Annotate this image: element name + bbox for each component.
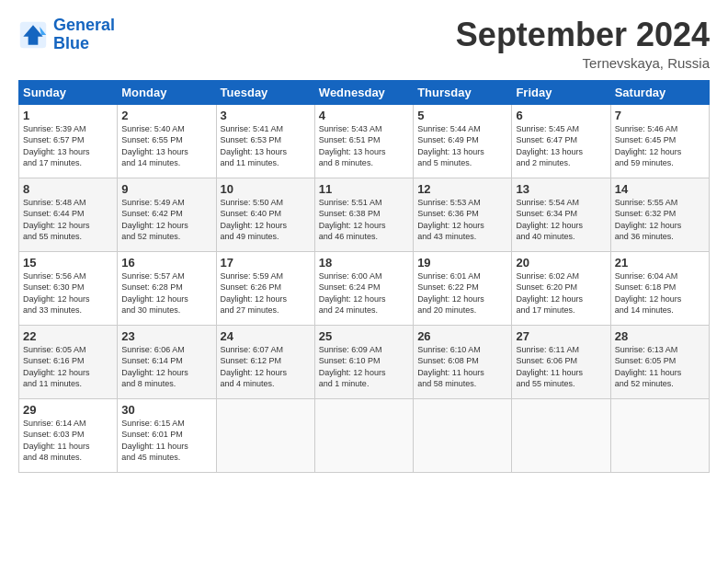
calendar-week-row: 15Sunrise: 5:56 AM Sunset: 6:30 PM Dayli…: [19, 251, 710, 325]
calendar-week-row: 22Sunrise: 6:05 AM Sunset: 6:16 PM Dayli…: [19, 325, 710, 398]
day-details: Sunrise: 5:57 AM Sunset: 6:28 PM Dayligh…: [121, 270, 211, 316]
day-number: 16: [121, 256, 211, 270]
day-details: Sunrise: 5:50 AM Sunset: 6:40 PM Dayligh…: [221, 197, 311, 243]
day-details: Sunrise: 5:48 AM Sunset: 6:44 PM Dayligh…: [23, 197, 113, 243]
col-friday: Friday: [512, 80, 610, 104]
table-row: [314, 398, 413, 472]
table-row: 20Sunrise: 6:02 AM Sunset: 6:20 PM Dayli…: [512, 251, 610, 325]
table-row: 13Sunrise: 5:54 AM Sunset: 6:34 PM Dayli…: [512, 178, 610, 251]
col-monday: Monday: [118, 80, 216, 104]
day-number: 12: [417, 182, 507, 196]
day-number: 13: [516, 182, 606, 196]
col-saturday: Saturday: [610, 80, 709, 104]
table-row: 2Sunrise: 5:40 AM Sunset: 6:55 PM Daylig…: [118, 104, 216, 178]
day-details: Sunrise: 5:55 AM Sunset: 6:32 PM Dayligh…: [615, 197, 705, 243]
day-number: 18: [319, 256, 409, 270]
day-number: 3: [221, 109, 311, 122]
day-number: 15: [23, 256, 113, 270]
title-block: September 2024 Ternevskaya, Russia: [456, 17, 710, 71]
day-details: Sunrise: 5:45 AM Sunset: 6:47 PM Dayligh…: [516, 123, 606, 169]
table-row: 4Sunrise: 5:43 AM Sunset: 6:51 PM Daylig…: [314, 104, 413, 178]
table-row: 5Sunrise: 5:44 AM Sunset: 6:49 PM Daylig…: [414, 104, 512, 178]
table-row: 29Sunrise: 6:14 AM Sunset: 6:03 PM Dayli…: [19, 398, 118, 472]
day-number: 8: [23, 182, 113, 196]
day-details: Sunrise: 5:46 AM Sunset: 6:45 PM Dayligh…: [615, 123, 705, 169]
day-number: 24: [221, 329, 311, 343]
day-number: 21: [615, 256, 705, 270]
table-row: 9Sunrise: 5:49 AM Sunset: 6:42 PM Daylig…: [118, 178, 216, 251]
logo-line2: Blue: [53, 34, 89, 52]
col-thursday: Thursday: [414, 80, 512, 104]
day-number: 1: [23, 109, 113, 122]
table-row: 18Sunrise: 6:00 AM Sunset: 6:24 PM Dayli…: [314, 251, 413, 325]
day-details: Sunrise: 5:54 AM Sunset: 6:34 PM Dayligh…: [516, 197, 606, 243]
table-row: 23Sunrise: 6:06 AM Sunset: 6:14 PM Dayli…: [118, 325, 216, 398]
day-details: Sunrise: 6:10 AM Sunset: 6:08 PM Dayligh…: [417, 344, 507, 390]
day-number: 23: [121, 329, 211, 343]
table-row: [216, 398, 314, 472]
table-row: 28Sunrise: 6:13 AM Sunset: 6:05 PM Dayli…: [610, 325, 709, 398]
day-details: Sunrise: 6:06 AM Sunset: 6:14 PM Dayligh…: [121, 344, 211, 390]
table-row: 6Sunrise: 5:45 AM Sunset: 6:47 PM Daylig…: [512, 104, 610, 178]
day-details: Sunrise: 5:39 AM Sunset: 6:57 PM Dayligh…: [23, 123, 113, 169]
table-row: 10Sunrise: 5:50 AM Sunset: 6:40 PM Dayli…: [216, 178, 314, 251]
col-sunday: Sunday: [19, 80, 118, 104]
day-number: 10: [221, 182, 311, 196]
calendar-table: Sunday Monday Tuesday Wednesday Thursday…: [18, 80, 710, 473]
day-number: 19: [417, 256, 507, 270]
day-number: 27: [516, 329, 606, 343]
calendar-week-row: 8Sunrise: 5:48 AM Sunset: 6:44 PM Daylig…: [19, 178, 710, 251]
day-details: Sunrise: 6:15 AM Sunset: 6:01 PM Dayligh…: [121, 418, 211, 464]
day-number: 25: [319, 329, 409, 343]
logo-text: General Blue: [53, 17, 115, 53]
day-details: Sunrise: 5:56 AM Sunset: 6:30 PM Dayligh…: [23, 270, 113, 316]
day-number: 2: [121, 109, 211, 122]
table-row: 15Sunrise: 5:56 AM Sunset: 6:30 PM Dayli…: [19, 251, 118, 325]
table-row: [512, 398, 610, 472]
day-details: Sunrise: 6:02 AM Sunset: 6:20 PM Dayligh…: [516, 270, 606, 316]
day-details: Sunrise: 6:04 AM Sunset: 6:18 PM Dayligh…: [615, 270, 705, 316]
location: Ternevskaya, Russia: [456, 55, 710, 71]
table-row: 11Sunrise: 5:51 AM Sunset: 6:38 PM Dayli…: [314, 178, 413, 251]
table-row: 22Sunrise: 6:05 AM Sunset: 6:16 PM Dayli…: [19, 325, 118, 398]
day-number: 20: [516, 256, 606, 270]
calendar-week-row: 1Sunrise: 5:39 AM Sunset: 6:57 PM Daylig…: [19, 104, 710, 178]
table-row: [610, 398, 709, 472]
day-details: Sunrise: 6:07 AM Sunset: 6:12 PM Dayligh…: [221, 344, 311, 390]
day-details: Sunrise: 5:53 AM Sunset: 6:36 PM Dayligh…: [417, 197, 507, 243]
day-number: 5: [417, 109, 507, 122]
table-row: 8Sunrise: 5:48 AM Sunset: 6:44 PM Daylig…: [19, 178, 118, 251]
day-details: Sunrise: 6:11 AM Sunset: 6:06 PM Dayligh…: [516, 344, 606, 390]
day-details: Sunrise: 6:01 AM Sunset: 6:22 PM Dayligh…: [417, 270, 507, 316]
month-title: September 2024: [456, 17, 710, 53]
day-details: Sunrise: 6:05 AM Sunset: 6:16 PM Dayligh…: [23, 344, 113, 390]
table-row: 7Sunrise: 5:46 AM Sunset: 6:45 PM Daylig…: [610, 104, 709, 178]
day-details: Sunrise: 5:41 AM Sunset: 6:53 PM Dayligh…: [221, 123, 311, 169]
day-number: 14: [615, 182, 705, 196]
table-row: 30Sunrise: 6:15 AM Sunset: 6:01 PM Dayli…: [118, 398, 216, 472]
table-row: 12Sunrise: 5:53 AM Sunset: 6:36 PM Dayli…: [414, 178, 512, 251]
day-number: 22: [23, 329, 113, 343]
calendar-header-row: Sunday Monday Tuesday Wednesday Thursday…: [19, 80, 710, 104]
table-row: 17Sunrise: 5:59 AM Sunset: 6:26 PM Dayli…: [216, 251, 314, 325]
table-row: 3Sunrise: 5:41 AM Sunset: 6:53 PM Daylig…: [216, 104, 314, 178]
day-details: Sunrise: 5:49 AM Sunset: 6:42 PM Dayligh…: [121, 197, 211, 243]
day-details: Sunrise: 5:59 AM Sunset: 6:26 PM Dayligh…: [221, 270, 311, 316]
header: General Blue September 2024 Ternevskaya,…: [18, 17, 710, 71]
table-row: 27Sunrise: 6:11 AM Sunset: 6:06 PM Dayli…: [512, 325, 610, 398]
day-details: Sunrise: 6:13 AM Sunset: 6:05 PM Dayligh…: [615, 344, 705, 390]
day-number: 9: [121, 182, 211, 196]
day-details: Sunrise: 6:14 AM Sunset: 6:03 PM Dayligh…: [23, 418, 113, 464]
col-wednesday: Wednesday: [314, 80, 413, 104]
table-row: 25Sunrise: 6:09 AM Sunset: 6:10 PM Dayli…: [314, 325, 413, 398]
calendar-week-row: 29Sunrise: 6:14 AM Sunset: 6:03 PM Dayli…: [19, 398, 710, 472]
day-number: 30: [121, 403, 211, 417]
table-row: 21Sunrise: 6:04 AM Sunset: 6:18 PM Dayli…: [610, 251, 709, 325]
day-details: Sunrise: 5:40 AM Sunset: 6:55 PM Dayligh…: [121, 123, 211, 169]
table-row: 1Sunrise: 5:39 AM Sunset: 6:57 PM Daylig…: [19, 104, 118, 178]
day-details: Sunrise: 5:44 AM Sunset: 6:49 PM Dayligh…: [417, 123, 507, 169]
table-row: 19Sunrise: 6:01 AM Sunset: 6:22 PM Dayli…: [414, 251, 512, 325]
logo: General Blue: [18, 17, 115, 53]
day-number: 28: [615, 329, 705, 343]
page-container: General Blue September 2024 Ternevskaya,…: [0, 0, 728, 482]
